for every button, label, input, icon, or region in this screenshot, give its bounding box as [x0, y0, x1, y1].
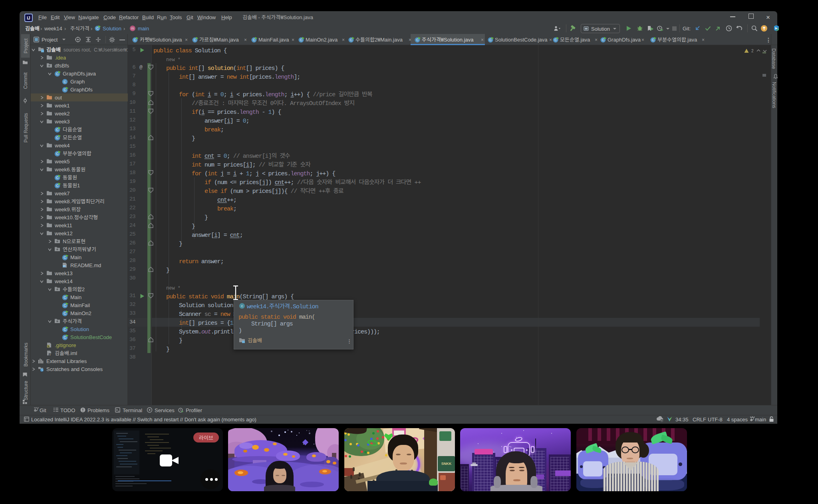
svg-text:C: C: [489, 38, 492, 42]
svg-text:C: C: [194, 38, 196, 42]
svg-text:C: C: [350, 38, 352, 42]
svg-text:C: C: [300, 38, 302, 42]
svg-text:IJ: IJ: [49, 353, 51, 356]
svg-text:2: 2: [751, 49, 754, 53]
svg-text:C: C: [64, 80, 66, 84]
svg-text:C: C: [602, 38, 604, 42]
svg-text:C: C: [652, 38, 654, 42]
svg-text:C: C: [416, 38, 419, 42]
svg-text:C: C: [96, 26, 99, 30]
svg-text:C: C: [554, 38, 557, 42]
svg-text:C: C: [253, 38, 255, 42]
svg-text:MD: MD: [63, 265, 66, 267]
svg-text:C: C: [134, 38, 136, 42]
